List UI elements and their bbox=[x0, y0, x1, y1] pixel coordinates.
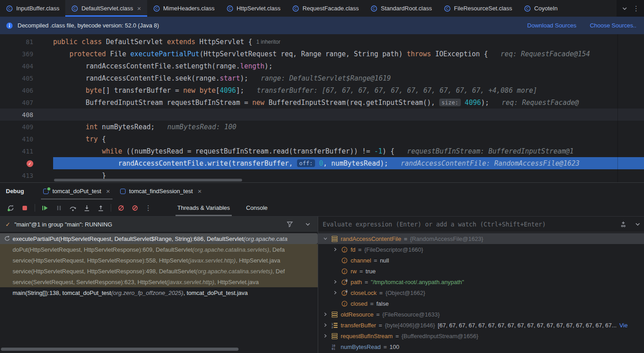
tree-chevron-icon[interactable] bbox=[323, 236, 328, 241]
code-editor[interactable]: 81public class DefaultServlet extends Ht… bbox=[0, 34, 644, 182]
editor-tab[interactable]: CFileResourceSet.class bbox=[438, 0, 518, 17]
editor-tab[interactable]: CRequestFacade.class bbox=[286, 0, 365, 17]
code-text[interactable]: randAccessContentFile.setLength(range.le… bbox=[53, 60, 644, 72]
add-watch-icon[interactable] bbox=[620, 221, 627, 228]
more-options-kebab-icon[interactable]: ⋮ bbox=[145, 204, 152, 212]
editor-tab[interactable]: CDefaultServlet.class× bbox=[65, 0, 147, 17]
editor-gutter[interactable]: 405 bbox=[0, 75, 53, 82]
close-session-icon[interactable]: × bbox=[106, 187, 110, 195]
code-line[interactable]: 408 bbox=[0, 109, 644, 121]
value-icon bbox=[331, 235, 338, 242]
evaluate-expression-bar[interactable]: Evaluate expression (Enter) or add a wat… bbox=[318, 217, 644, 232]
editor-gutter[interactable]: 409 bbox=[0, 123, 53, 131]
frame-row[interactable]: main(String[]):138, tomcat_doPut_test (o… bbox=[0, 287, 318, 298]
code-line[interactable]: 369 protected File executePartialPut(Htt… bbox=[0, 48, 644, 60]
mute-breakpoints-button[interactable] bbox=[117, 204, 125, 212]
code-text[interactable]: randAccessContentFile.seek(range.start);… bbox=[53, 72, 644, 84]
editor-tab[interactable]: CHttpServlet.class bbox=[221, 0, 287, 17]
variable-row[interactable]: 1001numBytesRead=100 bbox=[318, 341, 644, 352]
editor-tab[interactable]: CMimeHeaders.class bbox=[147, 0, 221, 17]
hidden-tabs-chevron-icon[interactable] bbox=[621, 5, 628, 12]
tree-chevron-icon[interactable] bbox=[333, 247, 338, 252]
view-tab-threads-variables[interactable]: Threads & Variables bbox=[177, 199, 230, 216]
variable-row[interactable]: fchannel=null bbox=[318, 255, 644, 266]
tree-chevron-icon[interactable] bbox=[333, 280, 338, 284]
inheritor-inlay[interactable]: 1 inheritor bbox=[257, 39, 280, 45]
variable-row[interactable]: randAccessContentFile={RandomAccessFile@… bbox=[318, 233, 644, 244]
code-line[interactable]: 411 while ((numBytesRead = requestBufInS… bbox=[0, 145, 644, 157]
view-tab-console[interactable]: Console bbox=[246, 199, 268, 216]
resume-button[interactable] bbox=[41, 204, 49, 212]
code-text[interactable]: randAccessContentFile.write(transferBuff… bbox=[53, 157, 644, 169]
code-text[interactable]: public class DefaultServlet extends Http… bbox=[53, 36, 644, 48]
tab-options-kebab-icon[interactable]: ⋮ bbox=[633, 5, 639, 13]
frame-row[interactable]: executePartialPut(HttpServletRequest, De… bbox=[0, 233, 318, 244]
editor-gutter[interactable]: 411 bbox=[0, 148, 53, 155]
editor-gutter[interactable]: 404 bbox=[0, 63, 53, 70]
code-line[interactable]: 406 byte[] transferBuffer = new byte[409… bbox=[0, 84, 644, 96]
evaluate-chevron-icon[interactable] bbox=[634, 221, 641, 228]
step-over-button[interactable] bbox=[69, 204, 77, 212]
tree-chevron-icon[interactable] bbox=[333, 290, 338, 295]
code-text[interactable]: try { bbox=[53, 133, 644, 145]
editor-gutter[interactable]: 408 bbox=[0, 111, 53, 118]
editor-tab[interactable]: CStandardRoot.class bbox=[365, 0, 437, 17]
step-into-button[interactable] bbox=[83, 204, 91, 212]
filter-frames-icon[interactable] bbox=[286, 221, 293, 228]
variable-row[interactable]: frw=true bbox=[318, 266, 644, 276]
choose-sources-link[interactable]: Choose Sources.. bbox=[590, 22, 636, 29]
code-text[interactable]: byte[] transferBuffer = new byte[4096];t… bbox=[53, 84, 644, 96]
thread-chevron-icon[interactable] bbox=[304, 221, 311, 228]
frame-row[interactable]: service(HttpServletRequest, HttpServletR… bbox=[0, 266, 318, 276]
editor-gutter[interactable]: 81 bbox=[0, 38, 53, 45]
code-line[interactable]: ✓ randAccessContentFile.write(transferBu… bbox=[0, 157, 644, 169]
editor-gutter[interactable]: 410 bbox=[0, 136, 53, 143]
view-value-link[interactable]: Vie bbox=[619, 322, 628, 329]
tree-chevron-icon[interactable] bbox=[323, 312, 328, 317]
code-line[interactable]: 410 try { bbox=[0, 133, 644, 145]
code-line[interactable]: 81public class DefaultServlet extends Ht… bbox=[0, 36, 644, 48]
frames-horizontal-scrollbar[interactable] bbox=[1, 348, 239, 351]
variable-row[interactable]: ffd={FileDescriptor@1660} bbox=[318, 244, 644, 255]
breakpoint-icon[interactable]: ✓ bbox=[27, 160, 33, 167]
code-text[interactable] bbox=[53, 109, 644, 121]
rerun-button[interactable] bbox=[7, 204, 15, 212]
stop-button[interactable] bbox=[21, 204, 29, 212]
variable-row[interactable]: fclosed=false bbox=[318, 298, 644, 309]
code-line[interactable]: 409 int numBytesRead;numBytesRead: 100 bbox=[0, 121, 644, 133]
thread-status-bar[interactable]: ✓ "main"@1 in group "main": RUNNING bbox=[0, 217, 318, 232]
debug-session-tab[interactable]: tomcat_findSession_test× bbox=[115, 183, 207, 199]
code-line[interactable]: 405 randAccessContentFile.seek(range.sta… bbox=[0, 72, 644, 84]
editor-gutter[interactable]: 413 bbox=[0, 172, 53, 179]
variable-row[interactable]: requestBufInStream={BufferedInputStream@… bbox=[318, 330, 644, 341]
code-text[interactable]: BufferedInputStream requestBufInStream =… bbox=[53, 96, 644, 109]
code-line[interactable]: 404 randAccessContentFile.setLength(rang… bbox=[0, 60, 644, 72]
variable-row[interactable]: oldResource={FileResource@1633} bbox=[318, 309, 644, 320]
download-sources-link[interactable]: Download Sources bbox=[527, 22, 576, 29]
close-tab-icon[interactable]: × bbox=[137, 5, 141, 12]
step-out-button[interactable] bbox=[97, 204, 105, 212]
code-text[interactable]: while ((numBytesRead = requestBufInStrea… bbox=[53, 145, 644, 157]
debug-session-tab[interactable]: tomcat_doPut_test× bbox=[38, 183, 115, 199]
editor-gutter[interactable]: 369 bbox=[0, 50, 53, 58]
code-line[interactable]: 407 BufferedInputStream requestBufInStre… bbox=[0, 96, 644, 109]
variable-row[interactable]: fpath="/tmp/tomcat-root/.anypath.anypath… bbox=[318, 276, 644, 287]
tree-chevron-icon[interactable] bbox=[323, 323, 328, 327]
pause-button[interactable] bbox=[55, 204, 63, 212]
editor-tab[interactable]: CInputBuffer.class bbox=[0, 0, 65, 17]
frame-row[interactable]: doPut(HttpServletRequest, HttpServletRes… bbox=[0, 244, 318, 255]
frame-row[interactable]: service(HttpServletRequest, HttpServletR… bbox=[0, 255, 318, 266]
breakpoint-options-button[interactable] bbox=[131, 204, 139, 212]
code-text[interactable]: protected File executePartialPut(HttpSer… bbox=[53, 48, 644, 60]
code-text[interactable]: int numBytesRead;numBytesRead: 100 bbox=[53, 121, 644, 133]
editor-horizontal-scrollbar[interactable] bbox=[54, 179, 242, 181]
close-session-icon[interactable]: × bbox=[198, 187, 202, 195]
tree-chevron-icon[interactable] bbox=[323, 334, 328, 338]
editor-gutter[interactable]: 407 bbox=[0, 99, 53, 106]
variable-row[interactable]: fcloseLock={Object@1662} bbox=[318, 287, 644, 298]
frame-row[interactable]: service(ServletRequest, ServletResponse)… bbox=[0, 276, 318, 287]
variable-row[interactable]: 12transferBuffer={byte[4096]@1646} [67, … bbox=[318, 320, 644, 330]
editor-tab[interactable]: CCoyoteIn bbox=[518, 0, 563, 17]
editor-gutter[interactable]: ✓ bbox=[0, 159, 53, 167]
editor-gutter[interactable]: 406 bbox=[0, 87, 53, 94]
